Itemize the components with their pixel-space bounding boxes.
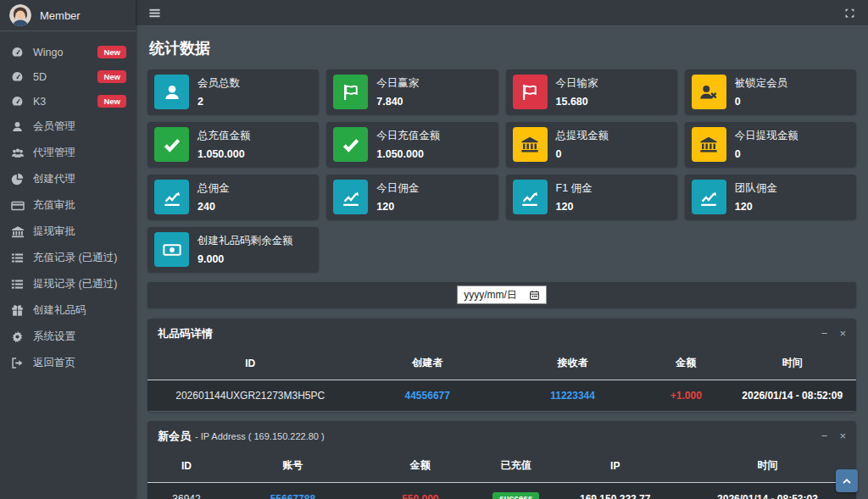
minimize-icon[interactable]: − (821, 328, 828, 339)
column-header: 金额 (643, 347, 728, 380)
chart-line-icon (154, 180, 189, 214)
main-area: 统计数据 会员总数2 今日赢家7.840 今日输家15.680 被锁定会员0 总 (136, 0, 868, 499)
stat-label: F1 佣金 (556, 181, 593, 196)
sidebar-item-system-settings[interactable]: 系统设置 (0, 324, 136, 350)
sidebar-item-label: 系统设置 (33, 330, 75, 344)
giftcode-table: ID 创建者 接收者 金额 时间 202601144UXGR21273M3H5P… (147, 347, 856, 412)
pie-chart-icon (9, 173, 25, 186)
topbar (136, 0, 868, 26)
sidebar-item-withdraw-approval[interactable]: 提现审批 (0, 219, 136, 245)
user-avatar (9, 4, 31, 26)
sidebar-item-recharge-approval[interactable]: 充值审批 (0, 192, 136, 219)
stat-label: 今日佣金 (376, 181, 419, 196)
table-header-row: ID 创建者 接收者 金额 时间 (147, 347, 856, 380)
stat-value: 120 (556, 201, 593, 213)
close-icon[interactable]: × (839, 430, 846, 441)
table-row: 202601144UXGR21273M3H5PC 44556677 112233… (147, 380, 856, 412)
expand-icon[interactable] (844, 8, 855, 19)
user-x-icon (692, 75, 726, 109)
stat-cards-grid: 会员总数2 今日赢家7.840 今日输家15.680 被锁定会员0 总充值金额1… (147, 69, 856, 272)
tachometer-icon (9, 70, 25, 83)
stat-card-today-recharge: 今日充值金额1.050.000 (326, 122, 498, 167)
stat-card-total-recharge: 总充值金额1.050.000 (147, 122, 319, 167)
stat-label: 总佣金 (198, 181, 230, 196)
new-members-panel: 新会员 - IP Address ( 169.150.222.80 ) − × … (147, 421, 856, 499)
member-id-cell: 36942 (147, 483, 225, 499)
chevron-up-icon (841, 475, 853, 487)
stat-card-giftcode-remaining: 创建礼品码剩余金额9.000 (147, 227, 319, 272)
new-members-table: ID 账号 金额 已充值 IP 时间 36942 55667788 550.00… (147, 450, 856, 499)
creator-link[interactable]: 44556677 (353, 380, 502, 412)
column-header: 接收者 (502, 347, 643, 380)
sidebar-item-label: 提现审批 (33, 225, 75, 239)
stat-value: 1.050.000 (198, 148, 251, 160)
user-icon (9, 120, 25, 133)
stat-value: 9.000 (198, 253, 293, 265)
stat-card-team-commission: 团队佣金120 (685, 175, 856, 219)
sidebar-item-label: 充值记录 (已通过) (33, 251, 117, 265)
stat-value: 120 (735, 201, 777, 213)
recharged-cell: success (481, 483, 552, 499)
hamburger-icon[interactable] (148, 7, 161, 19)
sidebar-item-5d[interactable]: 5D New (0, 64, 136, 89)
page-title: 统计数据 (149, 38, 854, 58)
sidebar-item-recharge-records[interactable]: 充值记录 (已通过) (0, 245, 136, 271)
close-icon[interactable]: × (839, 328, 846, 339)
sidebar-item-create-giftcode[interactable]: 创建礼品码 (0, 297, 136, 324)
stat-card-total-commission: 总佣金240 (147, 175, 319, 219)
sidebar-item-k3[interactable]: K3 New (0, 89, 136, 114)
stat-label: 创建礼品码剩余金额 (198, 234, 293, 248)
account-link[interactable]: 55667788 (225, 483, 360, 499)
user-name: Member (40, 9, 81, 22)
stat-label: 今日提现金额 (735, 129, 798, 143)
sidebar-item-label: K3 (33, 96, 46, 108)
new-badge: New (97, 46, 126, 58)
calendar-icon[interactable] (529, 290, 540, 301)
date-filter-bar: yyyy/mm/日 (147, 282, 856, 308)
stat-card-today-withdraw: 今日提现金额0 (685, 122, 856, 167)
table-row: 36942 55667788 550.000 success 169.150.2… (147, 483, 856, 499)
stat-value: 240 (198, 201, 230, 213)
column-header: 时间 (728, 347, 856, 380)
receiver-link[interactable]: 11223344 (502, 380, 643, 412)
sidebar-item-wingo[interactable]: Wingo New (0, 40, 136, 64)
column-header: 时间 (679, 450, 856, 483)
sidebar-item-member-management[interactable]: 会员管理 (0, 114, 136, 140)
success-badge: success (492, 492, 539, 499)
stat-label: 总充值金额 (198, 129, 251, 143)
flag-icon (513, 75, 548, 109)
column-header: ID (147, 347, 353, 380)
sidebar-item-label: 返回首页 (33, 356, 75, 370)
stat-card-locked-members: 被锁定会员0 (685, 69, 856, 114)
flag-icon (333, 75, 368, 109)
amount-cell: +1.000 (643, 380, 728, 412)
sidebar-item-label: 创建代理 (33, 172, 75, 186)
sidebar-item-agent-management[interactable]: 代理管理 (0, 140, 136, 166)
column-header: ID (147, 450, 225, 483)
list-icon (9, 252, 25, 264)
stat-value: 0 (556, 148, 609, 160)
gear-icon (9, 330, 25, 343)
sidebar-nav: Wingo New 5D New K3 New 会员管理 代理管理 创建代理 充… (0, 31, 136, 376)
column-header: 金额 (360, 450, 481, 483)
sidebar-user-panel[interactable]: Member (0, 0, 136, 31)
sidebar-item-create-agent[interactable]: 创建代理 (0, 166, 136, 192)
scroll-to-top-button[interactable] (836, 469, 858, 492)
content: 统计数据 会员总数2 今日赢家7.840 今日输家15.680 被锁定会员0 总 (136, 26, 868, 499)
stat-label: 总提现金额 (556, 129, 609, 143)
stat-value: 0 (735, 96, 788, 108)
sidebar: Member Wingo New 5D New K3 New 会员管理 代理管理… (0, 0, 136, 499)
sidebar-item-withdraw-records[interactable]: 提现记录 (已通过) (0, 271, 136, 297)
column-header: IP (551, 450, 678, 483)
chart-line-icon (513, 180, 548, 214)
list-icon (9, 278, 25, 291)
sidebar-item-label: Wingo (33, 47, 63, 58)
date-input[interactable]: yyyy/mm/日 (457, 286, 547, 304)
giftcode-panel-header: 礼品码详情 − × (147, 319, 856, 347)
minimize-icon[interactable]: − (821, 430, 828, 441)
gift-icon (9, 304, 25, 317)
sidebar-item-back-home[interactable]: 返回首页 (0, 350, 136, 376)
stat-card-today-losers: 今日输家15.680 (506, 69, 677, 114)
table-header-row: ID 账号 金额 已充值 IP 时间 (147, 450, 856, 483)
check-icon (333, 127, 368, 162)
